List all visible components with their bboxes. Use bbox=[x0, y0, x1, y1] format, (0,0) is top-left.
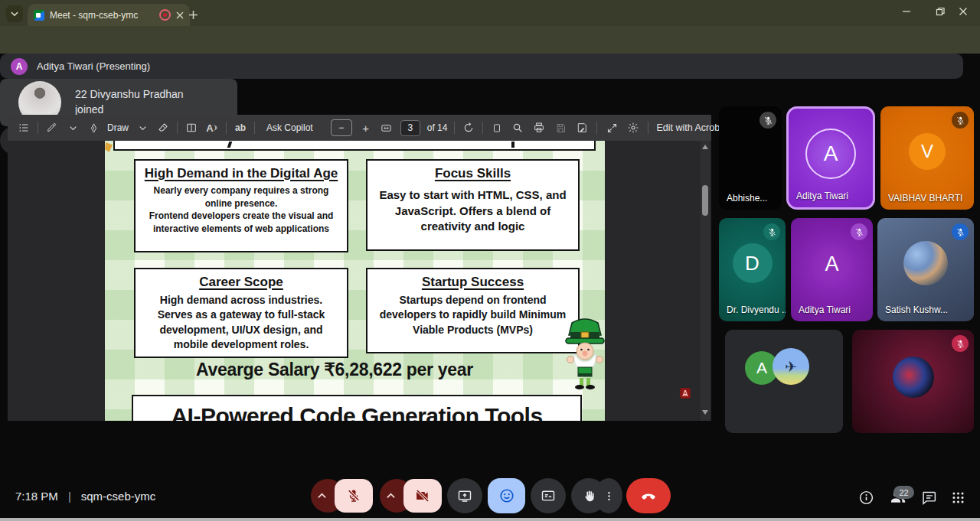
scrollbar-thumb[interactable] bbox=[702, 185, 708, 216]
box-title: Focus Skills bbox=[368, 166, 578, 181]
participant-count-badge: 22 bbox=[893, 486, 914, 499]
zoom-in-button[interactable]: + bbox=[359, 121, 373, 135]
photo-avatar bbox=[903, 241, 948, 285]
participant-tile-abhishek[interactable]: Abhishe... bbox=[719, 106, 782, 210]
edit-with-acrobat-button[interactable]: Edit with Acrobat bbox=[656, 122, 727, 133]
participant-name: Abhishe... bbox=[727, 193, 767, 204]
box-title: Career Scope bbox=[136, 275, 347, 290]
scrollbar-up-icon[interactable] bbox=[702, 145, 708, 149]
search-icon[interactable] bbox=[511, 121, 524, 135]
acrobat-fab-icon[interactable] bbox=[678, 386, 692, 400]
participant-tile-divyendu[interactable]: D Dr. Divyendu ... bbox=[719, 218, 786, 321]
mic-off-icon bbox=[952, 112, 969, 129]
fullscreen-icon[interactable] bbox=[605, 121, 619, 135]
draw-label[interactable]: Draw bbox=[107, 122, 129, 133]
save-as-icon[interactable] bbox=[575, 121, 589, 135]
chat-button[interactable] bbox=[920, 488, 938, 506]
presenter-avatar: A bbox=[11, 58, 28, 75]
box-body: Nearly every company requires a strong o… bbox=[136, 181, 347, 235]
meet-control-bar: 7:18 PM | sqm-cseb-ymc bbox=[0, 474, 980, 518]
page-count-label: of 14 bbox=[427, 122, 448, 133]
single-page-icon[interactable] bbox=[490, 121, 504, 135]
page-number-input[interactable]: 3 bbox=[400, 120, 420, 136]
participant-name: VAIBHAV BHARTI bbox=[888, 193, 962, 204]
box-title: Startup Success bbox=[368, 275, 578, 290]
save-icon bbox=[554, 121, 567, 135]
activities-grid-button[interactable] bbox=[949, 488, 967, 506]
draw-dropdown-chevron-icon[interactable] bbox=[136, 121, 149, 135]
photo-avatar bbox=[893, 357, 934, 398]
avatar: V bbox=[909, 133, 946, 170]
ask-copilot-button[interactable]: Ask Copilot bbox=[266, 122, 313, 133]
draw-pen-icon[interactable] bbox=[87, 121, 100, 135]
mic-off-button[interactable] bbox=[335, 479, 373, 513]
next-section-title: AI-Powered Code Generation Tools bbox=[171, 403, 542, 421]
tab-search-button[interactable] bbox=[6, 5, 23, 22]
mic-off-icon bbox=[763, 223, 780, 240]
pdf-scrollbar[interactable] bbox=[701, 141, 710, 421]
translate-icon[interactable]: ab bbox=[234, 121, 247, 135]
participant-tile-aditya-2[interactable]: A Aditya Tiwari bbox=[791, 218, 873, 321]
print-icon[interactable] bbox=[532, 121, 546, 135]
participant-name: Dr. Divyendu ... bbox=[727, 304, 786, 315]
clipart-fragment bbox=[105, 142, 113, 152]
clock-group: 7:18 PM | sqm-cseb-ymc bbox=[15, 490, 155, 503]
reactions-button-active[interactable] bbox=[488, 478, 525, 513]
page-view-icon[interactable] bbox=[185, 121, 198, 135]
fit-to-width-icon[interactable] bbox=[380, 121, 394, 135]
rotate-icon[interactable] bbox=[462, 121, 475, 135]
google-meet-screen: Meet - sqm-cseb-ymc bbox=[0, 0, 980, 521]
avatar: A bbox=[810, 243, 854, 287]
tab-close-icon[interactable] bbox=[176, 11, 184, 19]
presenting-banner-text: Aditya Tiwari (Presenting) bbox=[37, 60, 150, 72]
highlight-icon[interactable] bbox=[45, 121, 59, 135]
participant-name: Aditya Tiwari bbox=[799, 304, 851, 315]
participant-tile-vaibhav[interactable]: V VAIBHAV BHARTI bbox=[880, 106, 974, 210]
leprechaun-clipart bbox=[561, 315, 605, 392]
eraser-icon[interactable] bbox=[156, 121, 170, 135]
settings-gear-icon[interactable] bbox=[626, 121, 640, 135]
shared-pdf-viewer: Draw A ab Ask Copilot − + bbox=[8, 115, 711, 421]
mic-off-icon bbox=[851, 223, 867, 240]
mic-off-icon bbox=[952, 223, 969, 240]
participant-tile-aditya-speaking[interactable]: A Aditya Tiwari bbox=[786, 106, 875, 210]
avatar: D bbox=[733, 243, 773, 283]
avatar: A bbox=[805, 129, 856, 179]
table-of-contents-icon[interactable] bbox=[17, 121, 31, 135]
previous-box-cut bbox=[113, 141, 596, 151]
meet-stage: A Aditya Tiwari (Presenting) Draw bbox=[0, 54, 980, 518]
camera-off-button[interactable] bbox=[403, 479, 442, 513]
window-minimize-button[interactable] bbox=[890, 0, 923, 23]
browser-toolbar: meet.google.com/sqm-cseb-ymc bbox=[0, 26, 980, 54]
meeting-code: sqm-cseb-ymc bbox=[81, 490, 156, 503]
participant-tile-satish[interactable]: Satish Kushw... bbox=[877, 218, 974, 321]
participant-tile-group[interactable]: A ✈ bbox=[725, 330, 843, 433]
captions-button[interactable] bbox=[531, 478, 566, 513]
slide-box-startup-success: Startup Success Startups depend on front… bbox=[366, 268, 580, 353]
window-close-button[interactable] bbox=[946, 0, 980, 23]
scrollbar-down-icon[interactable] bbox=[702, 410, 708, 415]
present-screen-button[interactable] bbox=[447, 478, 482, 513]
group-avatar-plane: ✈ bbox=[773, 348, 809, 385]
new-tab-button[interactable] bbox=[185, 7, 201, 22]
pdf-toolbar: Draw A ab Ask Copilot − + bbox=[8, 115, 711, 141]
browser-tab[interactable]: Meet - sqm-cseb-ymc bbox=[28, 4, 190, 26]
box-body: Easy to start with HTML, CSS, and JavaSc… bbox=[368, 181, 578, 235]
read-aloud-icon[interactable]: A bbox=[205, 121, 219, 135]
meeting-details-info-button[interactable] bbox=[857, 488, 875, 506]
mic-off-icon bbox=[760, 112, 776, 129]
box-title: High Demand in the Digital Age bbox=[136, 166, 347, 181]
more-options-button[interactable] bbox=[595, 478, 622, 513]
tab-title: Meet - sqm-cseb-ymc bbox=[50, 10, 154, 21]
participant-name: Aditya Tiwari bbox=[796, 190, 848, 201]
slide-box-high-demand: High Demand in the Digital Age Nearly ev… bbox=[134, 159, 348, 252]
end-call-button[interactable] bbox=[626, 478, 671, 513]
highlight-dropdown-chevron-icon[interactable] bbox=[66, 121, 80, 135]
browser-tab-strip: Meet - sqm-cseb-ymc bbox=[0, 0, 980, 26]
zoom-out-button[interactable]: − bbox=[331, 119, 352, 136]
slide-box-career-scope: Career Scope High demand across industri… bbox=[134, 268, 348, 358]
box-body: Startups depend on frontend developers t… bbox=[368, 290, 578, 337]
toast-text: 22 Divyanshu Pradhan joined bbox=[75, 87, 205, 117]
participant-tile-dark[interactable] bbox=[852, 330, 974, 433]
box-body: High demand across industries. Serves as… bbox=[136, 290, 347, 352]
